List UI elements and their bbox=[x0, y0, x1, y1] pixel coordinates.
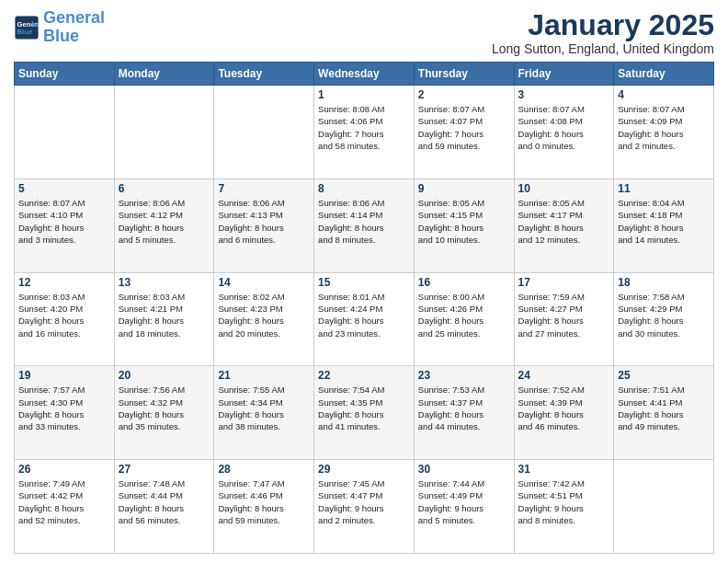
table-row: 15Sunrise: 8:01 AMSunset: 4:24 PMDayligh… bbox=[314, 272, 415, 366]
table-row: 17Sunrise: 7:59 AMSunset: 4:27 PMDayligh… bbox=[514, 272, 614, 366]
calendar-table: Sunday Monday Tuesday Wednesday Thursday… bbox=[14, 62, 714, 554]
location-title: Long Sutton, England, United Kingdom bbox=[492, 41, 714, 56]
day-info: Sunrise: 8:03 AMSunset: 4:21 PMDaylight:… bbox=[119, 291, 210, 339]
day-number: 3 bbox=[518, 88, 610, 101]
table-row: 13Sunrise: 8:03 AMSunset: 4:21 PMDayligh… bbox=[114, 272, 214, 366]
calendar-week-row: 5Sunrise: 8:07 AMSunset: 4:10 PMDaylight… bbox=[15, 178, 714, 272]
day-info: Sunrise: 8:06 AMSunset: 4:12 PMDaylight:… bbox=[119, 197, 210, 246]
calendar-week-row: 19Sunrise: 7:57 AMSunset: 4:30 PMDayligh… bbox=[15, 366, 714, 460]
table-row: 30Sunrise: 7:44 AMSunset: 4:49 PMDayligh… bbox=[414, 460, 514, 554]
table-row: 11Sunrise: 8:04 AMSunset: 4:18 PMDayligh… bbox=[614, 178, 714, 272]
col-sunday: Sunday bbox=[15, 63, 115, 86]
day-number: 7 bbox=[218, 182, 310, 195]
day-info: Sunrise: 7:57 AMSunset: 4:30 PMDaylight:… bbox=[18, 384, 110, 432]
logo-general: General bbox=[43, 8, 105, 27]
day-info: Sunrise: 7:47 AMSunset: 4:46 PMDaylight:… bbox=[218, 477, 310, 526]
day-info: Sunrise: 7:54 AMSunset: 4:35 PMDaylight:… bbox=[318, 384, 410, 432]
table-row: 9Sunrise: 8:05 AMSunset: 4:15 PMDaylight… bbox=[414, 178, 514, 272]
day-number: 17 bbox=[518, 276, 610, 289]
day-info: Sunrise: 8:06 AMSunset: 4:13 PMDaylight:… bbox=[218, 197, 310, 246]
day-info: Sunrise: 7:59 AMSunset: 4:27 PMDaylight:… bbox=[518, 291, 610, 339]
day-number: 1 bbox=[318, 88, 410, 101]
col-wednesday: Wednesday bbox=[314, 63, 415, 86]
day-number: 27 bbox=[119, 463, 210, 476]
day-number: 19 bbox=[18, 369, 110, 382]
day-info: Sunrise: 7:42 AMSunset: 4:51 PMDaylight:… bbox=[518, 477, 610, 526]
table-row bbox=[114, 86, 214, 179]
table-row: 12Sunrise: 8:03 AMSunset: 4:20 PMDayligh… bbox=[15, 272, 115, 366]
table-row: 4Sunrise: 8:07 AMSunset: 4:09 PMDaylight… bbox=[614, 86, 714, 179]
logo-blue: Blue bbox=[43, 27, 79, 45]
day-info: Sunrise: 7:53 AMSunset: 4:37 PMDaylight:… bbox=[418, 384, 510, 432]
day-number: 29 bbox=[318, 463, 410, 476]
table-row: 2Sunrise: 8:07 AMSunset: 4:07 PMDaylight… bbox=[414, 86, 514, 179]
day-number: 22 bbox=[318, 369, 410, 382]
table-row: 25Sunrise: 7:51 AMSunset: 4:41 PMDayligh… bbox=[614, 366, 714, 460]
day-number: 30 bbox=[418, 463, 510, 476]
day-info: Sunrise: 7:45 AMSunset: 4:47 PMDaylight:… bbox=[318, 477, 410, 526]
table-row: 31Sunrise: 7:42 AMSunset: 4:51 PMDayligh… bbox=[514, 460, 614, 554]
table-row: 22Sunrise: 7:54 AMSunset: 4:35 PMDayligh… bbox=[314, 366, 415, 460]
day-info: Sunrise: 8:07 AMSunset: 4:07 PMDaylight:… bbox=[418, 103, 510, 152]
svg-text:Blue: Blue bbox=[17, 28, 33, 36]
day-info: Sunrise: 8:04 AMSunset: 4:18 PMDaylight:… bbox=[618, 197, 710, 246]
table-row: 1Sunrise: 8:08 AMSunset: 4:06 PMDaylight… bbox=[314, 86, 415, 179]
day-number: 6 bbox=[119, 182, 210, 195]
day-info: Sunrise: 7:56 AMSunset: 4:32 PMDaylight:… bbox=[119, 384, 210, 432]
logo-icon: General Blue bbox=[14, 15, 40, 40]
day-number: 4 bbox=[618, 88, 710, 101]
day-number: 16 bbox=[418, 276, 510, 289]
svg-text:General: General bbox=[17, 19, 40, 28]
day-info: Sunrise: 8:07 AMSunset: 4:10 PMDaylight:… bbox=[18, 197, 110, 246]
col-monday: Monday bbox=[114, 63, 214, 86]
day-number: 26 bbox=[18, 463, 110, 476]
day-info: Sunrise: 8:02 AMSunset: 4:23 PMDaylight:… bbox=[218, 291, 310, 339]
day-info: Sunrise: 7:51 AMSunset: 4:41 PMDaylight:… bbox=[618, 384, 710, 432]
col-thursday: Thursday bbox=[414, 63, 514, 86]
day-info: Sunrise: 7:58 AMSunset: 4:29 PMDaylight:… bbox=[618, 291, 710, 339]
calendar-week-row: 1Sunrise: 8:08 AMSunset: 4:06 PMDaylight… bbox=[15, 86, 714, 179]
table-row bbox=[214, 86, 314, 179]
table-row: 24Sunrise: 7:52 AMSunset: 4:39 PMDayligh… bbox=[514, 366, 614, 460]
table-row bbox=[15, 86, 115, 179]
table-row: 14Sunrise: 8:02 AMSunset: 4:23 PMDayligh… bbox=[214, 272, 314, 366]
table-row: 19Sunrise: 7:57 AMSunset: 4:30 PMDayligh… bbox=[15, 366, 115, 460]
day-number: 28 bbox=[218, 463, 310, 476]
calendar-week-row: 26Sunrise: 7:49 AMSunset: 4:42 PMDayligh… bbox=[15, 460, 714, 554]
day-number: 21 bbox=[218, 369, 310, 382]
day-info: Sunrise: 7:48 AMSunset: 4:44 PMDaylight:… bbox=[119, 477, 210, 526]
page: General Blue General Blue January 2025 L… bbox=[0, 0, 728, 563]
calendar-header-row: Sunday Monday Tuesday Wednesday Thursday… bbox=[15, 63, 714, 86]
logo-area: General Blue General Blue bbox=[14, 9, 105, 46]
logo-text: General Blue bbox=[43, 9, 105, 46]
day-info: Sunrise: 8:07 AMSunset: 4:09 PMDaylight:… bbox=[618, 103, 710, 152]
title-area: January 2025 Long Sutton, England, Unite… bbox=[492, 9, 714, 56]
calendar-week-row: 12Sunrise: 8:03 AMSunset: 4:20 PMDayligh… bbox=[15, 272, 714, 366]
day-info: Sunrise: 8:08 AMSunset: 4:06 PMDaylight:… bbox=[318, 103, 410, 152]
day-number: 25 bbox=[618, 369, 710, 382]
table-row: 5Sunrise: 8:07 AMSunset: 4:10 PMDaylight… bbox=[15, 178, 115, 272]
day-number: 9 bbox=[418, 182, 510, 195]
day-info: Sunrise: 8:00 AMSunset: 4:26 PMDaylight:… bbox=[418, 291, 510, 339]
table-row: 8Sunrise: 8:06 AMSunset: 4:14 PMDaylight… bbox=[314, 178, 415, 272]
day-number: 31 bbox=[518, 463, 610, 476]
day-info: Sunrise: 7:52 AMSunset: 4:39 PMDaylight:… bbox=[518, 384, 610, 432]
day-info: Sunrise: 7:49 AMSunset: 4:42 PMDaylight:… bbox=[18, 477, 110, 526]
table-row: 20Sunrise: 7:56 AMSunset: 4:32 PMDayligh… bbox=[114, 366, 214, 460]
day-number: 2 bbox=[418, 88, 510, 101]
col-friday: Friday bbox=[514, 63, 614, 86]
day-number: 10 bbox=[518, 182, 610, 195]
day-number: 5 bbox=[18, 182, 110, 195]
table-row bbox=[614, 460, 714, 554]
table-row: 6Sunrise: 8:06 AMSunset: 4:12 PMDaylight… bbox=[114, 178, 214, 272]
month-title: January 2025 bbox=[492, 9, 714, 41]
day-number: 23 bbox=[418, 369, 510, 382]
day-number: 24 bbox=[518, 369, 610, 382]
table-row: 27Sunrise: 7:48 AMSunset: 4:44 PMDayligh… bbox=[114, 460, 214, 554]
day-number: 11 bbox=[618, 182, 710, 195]
table-row: 3Sunrise: 8:07 AMSunset: 4:08 PMDaylight… bbox=[514, 86, 614, 179]
day-info: Sunrise: 8:05 AMSunset: 4:17 PMDaylight:… bbox=[518, 197, 610, 246]
table-row: 23Sunrise: 7:53 AMSunset: 4:37 PMDayligh… bbox=[414, 366, 514, 460]
table-row: 10Sunrise: 8:05 AMSunset: 4:17 PMDayligh… bbox=[514, 178, 614, 272]
col-tuesday: Tuesday bbox=[214, 63, 314, 86]
